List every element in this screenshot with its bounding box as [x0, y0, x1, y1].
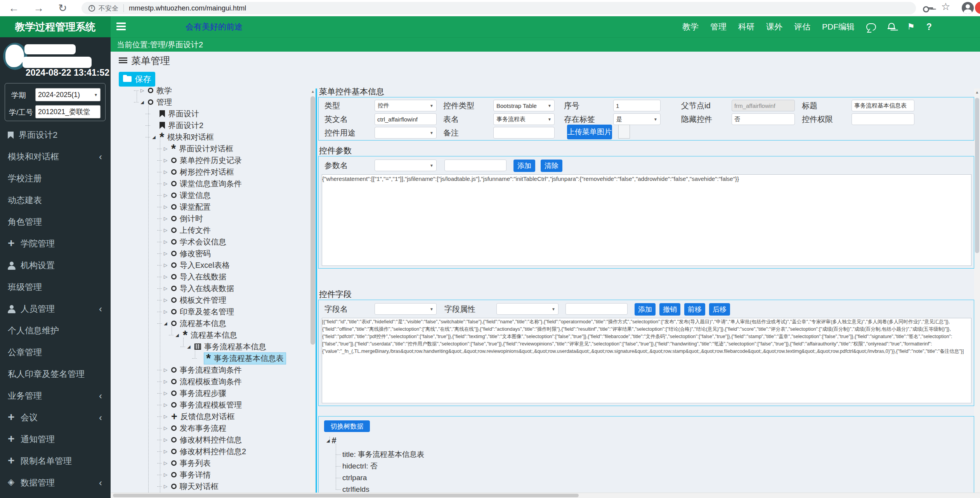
- expand-toggle-icon[interactable]: ▷: [162, 434, 169, 446]
- bell-icon[interactable]: [888, 23, 895, 31]
- chat-icon[interactable]: [866, 23, 876, 31]
- tree-item[interactable]: ▷导入在线数据: [111, 271, 309, 283]
- back-icon[interactable]: ←: [9, 1, 19, 16]
- param-value-input[interactable]: [444, 160, 506, 171]
- motto-link[interactable]: 会有美好的前途: [186, 16, 243, 37]
- expand-toggle-icon[interactable]: ▷: [139, 85, 146, 96]
- star-icon[interactable]: ☆: [941, 1, 950, 13]
- expand-toggle-icon[interactable]: ▷: [162, 481, 169, 492]
- sidebar-item[interactable]: 公章管理: [0, 342, 111, 363]
- sidebar-item[interactable]: 学院管理: [0, 233, 111, 255]
- tree-item[interactable]: ▷流程模板查询条件: [111, 376, 309, 387]
- address-bar[interactable]: 不安全 mmestp.whtuozhen.com/maingui.html: [82, 2, 916, 14]
- tree-item[interactable]: ▷事务流程步骤: [111, 387, 309, 399]
- expand-toggle-icon[interactable]: ▷: [162, 446, 169, 457]
- table-name-select[interactable]: 事务流程表▼: [493, 113, 555, 125]
- seq-input[interactable]: [613, 100, 661, 111]
- tree-item[interactable]: *事务流程基本信息表: [111, 352, 309, 364]
- tree-item[interactable]: ▷教学: [111, 85, 309, 96]
- param-clear-button[interactable]: 清除: [541, 160, 562, 172]
- tree-item[interactable]: ▷发布事务流程: [111, 422, 309, 434]
- scroll-up-icon[interactable]: ▲: [310, 88, 316, 95]
- title-input[interactable]: [852, 100, 914, 111]
- horizontal-scrollbar[interactable]: [111, 493, 980, 498]
- tree-item[interactable]: 界面设计: [111, 108, 309, 120]
- nav-extracurricular[interactable]: 课外: [766, 21, 782, 32]
- help-icon[interactable]: ?: [926, 22, 932, 32]
- tree-item[interactable]: ◢流程基本信息: [111, 318, 309, 329]
- tree-item[interactable]: ▷课堂信息查询条件: [111, 178, 309, 189]
- sidebar-item[interactable]: 班级管理: [0, 276, 111, 298]
- tree-item[interactable]: ▷倒计时: [111, 213, 309, 224]
- expand-toggle-icon[interactable]: ▷: [162, 259, 169, 271]
- sidebar-item[interactable]: 会议‹: [0, 407, 111, 429]
- expand-toggle-icon[interactable]: ▷: [162, 387, 169, 399]
- sidebar-item[interactable]: 数据管理‹: [0, 472, 111, 494]
- data-tree-item[interactable]: ctrlpara: [336, 473, 367, 482]
- nav-evaluation[interactable]: 评估: [794, 21, 810, 32]
- sidebar-item[interactable]: 角色管理: [0, 211, 111, 233]
- hamburger-icon[interactable]: [116, 23, 126, 31]
- expand-toggle-icon[interactable]: ▷: [162, 189, 169, 201]
- scroll-thumb[interactable]: [113, 494, 579, 497]
- sidebar-item[interactable]: 人员管理‹: [0, 298, 111, 320]
- sidebar-item[interactable]: 限制名单管理: [0, 450, 111, 472]
- tree-item[interactable]: ◢*模块和对话框: [111, 131, 309, 143]
- profile-badge[interactable]: [975, 2, 980, 14]
- tree-item[interactable]: ▷修改材料控件信息: [111, 434, 309, 446]
- field-name-select[interactable]: ▼: [375, 303, 437, 315]
- tree-item[interactable]: ▷*界面设计对话框: [111, 143, 309, 154]
- panel-splitter[interactable]: [316, 88, 317, 498]
- tree-item[interactable]: ▷+反馈信息对话框: [111, 411, 309, 422]
- hide-control-input[interactable]: [732, 113, 795, 125]
- data-tree-item[interactable]: hidectrl: 否: [336, 462, 378, 471]
- switch-tree-data-button[interactable]: 切换树数据: [324, 420, 370, 432]
- remark-input[interactable]: [493, 127, 555, 139]
- expand-toggle-icon[interactable]: ▷: [162, 201, 169, 213]
- url-text[interactable]: mmestp.whtuozhen.com/maingui.html: [129, 4, 246, 12]
- expand-toggle-icon[interactable]: ▷: [162, 213, 169, 224]
- scroll-thumb[interactable]: [310, 96, 315, 345]
- tree-item[interactable]: ▷导入在线表数据: [111, 283, 309, 294]
- expand-toggle-icon[interactable]: ▷: [162, 178, 169, 189]
- right-panel-scrollbar[interactable]: ▲: [974, 88, 980, 493]
- expand-toggle-icon[interactable]: ▷: [162, 411, 169, 422]
- expand-toggle-icon[interactable]: ▷: [162, 294, 169, 306]
- tree-scrollbar[interactable]: ▲: [310, 88, 316, 493]
- field-json-textarea[interactable]: [{"field":"id","title":"表id","hidefield"…: [322, 318, 971, 403]
- nav-management[interactable]: 管理: [710, 21, 727, 32]
- tree-item[interactable]: ▷导入Excel表格: [111, 259, 309, 271]
- scroll-up-icon[interactable]: ▲: [974, 89, 980, 95]
- expand-toggle-icon[interactable]: ▷: [162, 283, 169, 294]
- tree-item[interactable]: ▷事务流程模板管理: [111, 399, 309, 411]
- menu-image-checkbox[interactable]: [618, 125, 630, 139]
- usage-select[interactable]: ▼: [375, 127, 437, 139]
- expand-toggle-icon[interactable]: ▷: [162, 376, 169, 387]
- nav-pdf-editor[interactable]: PDF编辑: [822, 21, 855, 32]
- param-add-button[interactable]: 添加: [513, 160, 535, 172]
- expand-toggle-icon[interactable]: ◢: [174, 329, 180, 341]
- tree-item[interactable]: ▷事务详情: [111, 469, 309, 481]
- sidebar-item[interactable]: 通知管理: [0, 429, 111, 450]
- browser-avatar-icon[interactable]: [962, 2, 974, 14]
- tree-item[interactable]: ▷修改材料控件信息2: [111, 446, 309, 457]
- data-tree-root[interactable]: ◢ #: [326, 436, 336, 445]
- type-select[interactable]: 控件▼: [375, 100, 437, 111]
- expand-toggle-icon[interactable]: ▷: [162, 422, 169, 434]
- data-tree-item[interactable]: title: 事务流程基本信息表: [336, 450, 424, 459]
- nav-teaching[interactable]: 教学: [682, 21, 699, 32]
- expand-toggle-icon[interactable]: ◢: [326, 438, 330, 443]
- term-select[interactable]: 2024-2025(1)▼: [35, 88, 101, 101]
- tree-item[interactable]: ▷树形控件对话框: [111, 166, 309, 178]
- expand-toggle-icon[interactable]: ◢: [139, 96, 146, 108]
- tree-item[interactable]: ◢管理: [111, 96, 309, 108]
- expand-toggle-icon[interactable]: ▷: [162, 154, 169, 166]
- info-icon[interactable]: [88, 5, 95, 12]
- nav-research[interactable]: 科研: [738, 21, 755, 32]
- expand-toggle-icon[interactable]: ▷: [162, 248, 169, 259]
- scroll-thumb[interactable]: [975, 98, 979, 253]
- reload-icon[interactable]: ↻: [58, 1, 67, 16]
- expand-toggle-icon[interactable]: ▷: [162, 457, 169, 469]
- sidebar-item[interactable]: 学校注册: [0, 168, 111, 189]
- param-json-textarea[interactable]: {"wherestatement":[["1","=","1"]],"jsfil…: [322, 174, 971, 266]
